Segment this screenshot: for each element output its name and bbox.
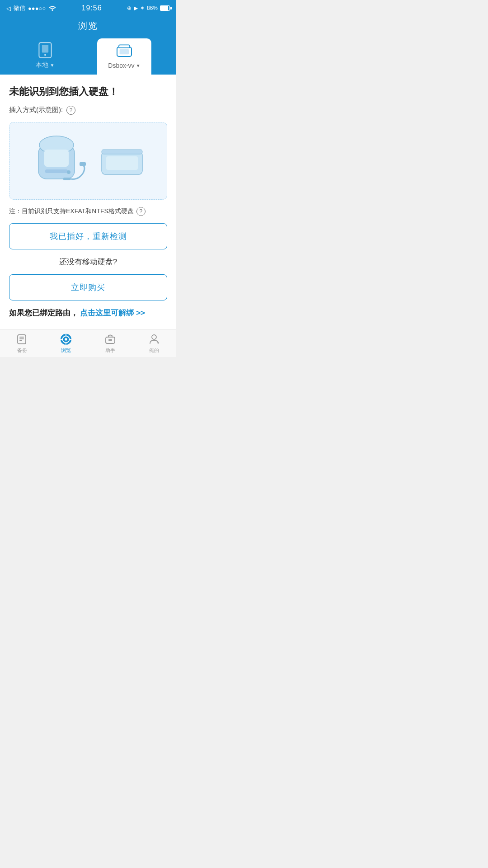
svg-rect-4	[119, 49, 129, 54]
back-icon: ◁	[6, 5, 11, 12]
svg-rect-19	[19, 340, 22, 341]
buy-button[interactable]: 立即购买	[9, 274, 167, 300]
battery-percent: 86%	[147, 5, 158, 11]
svg-rect-18	[19, 338, 24, 339]
svg-rect-15	[102, 150, 142, 154]
tab-local[interactable]: 本地 ▼	[25, 38, 65, 75]
bottom-tab-mine[interactable]: 俺的	[132, 333, 177, 354]
tab-dsbox[interactable]: Dsbox-vv ▼	[97, 38, 151, 75]
status-left: ◁ 微信 ●●●○○	[6, 4, 56, 12]
svg-rect-5	[119, 45, 130, 47]
backup-tab-label: 备份	[17, 347, 27, 354]
assistant-tab-label: 助手	[105, 347, 115, 354]
header-tabs: 本地 ▼ Dsbox-vv ▼	[0, 38, 176, 75]
svg-point-22	[65, 338, 67, 341]
assistant-icon	[104, 333, 117, 346]
tab-dsbox-label: Dsbox-vv ▼	[108, 62, 140, 69]
bottom-tab-backup[interactable]: 备份	[0, 333, 44, 354]
note-help-icon[interactable]: ?	[136, 207, 145, 216]
svg-point-29	[152, 335, 156, 339]
insert-label: 插入方式(示意图): ?	[9, 106, 167, 115]
browse-tab-label: 浏览	[61, 347, 71, 354]
bind-router-link[interactable]: 点击这里可解绑 >>	[80, 309, 145, 317]
svg-rect-11	[63, 178, 70, 180]
status-bar: ◁ 微信 ●●●○○ 19:56 ⊕ ▶ ✶ 86%	[0, 0, 176, 16]
battery-icon	[160, 5, 170, 11]
redetect-button[interactable]: 我已插好，重新检测	[9, 223, 167, 249]
lock-icon: ⊕	[127, 5, 131, 11]
dsbox-device-illustration	[32, 131, 90, 190]
header-title: 浏览	[0, 16, 176, 38]
svg-rect-9	[45, 169, 68, 173]
svg-rect-14	[106, 156, 138, 170]
mine-icon	[148, 333, 160, 346]
bluetooth-icon: ✶	[140, 5, 145, 11]
main-content: 未能识别到您插入硬盘！ 插入方式(示意图): ?	[0, 75, 176, 329]
svg-rect-28	[108, 339, 112, 341]
bind-router-section: 如果您已绑定路由， 点击这里可解绑 >>	[9, 308, 167, 318]
mine-tab-label: 俺的	[149, 347, 159, 354]
bottom-tab-browse[interactable]: 浏览	[44, 333, 89, 354]
bind-router-text: 如果您已绑定路由，	[9, 309, 78, 317]
note-text: 注：目前识别只支持EXFAT和NTFS格式硬盘 ?	[9, 207, 167, 216]
illustration-box	[9, 122, 167, 200]
location-icon: ▶	[134, 5, 138, 11]
status-right: ⊕ ▶ ✶ 86%	[127, 5, 170, 11]
tab-local-label: 本地 ▼	[36, 61, 54, 69]
no-disk-label: 还没有移动硬盘?	[9, 257, 167, 267]
status-time: 19:56	[82, 4, 102, 12]
svg-point-10	[67, 170, 70, 174]
carrier-label: 微信	[14, 4, 25, 12]
insert-help-icon[interactable]: ?	[66, 106, 75, 115]
wifi-icon	[48, 5, 56, 12]
bottom-tab-assistant[interactable]: 助手	[88, 333, 132, 354]
svg-line-31	[157, 343, 159, 343]
hdd-illustration	[99, 143, 145, 179]
svg-rect-12	[80, 162, 86, 166]
error-title: 未能识别到您插入硬盘！	[9, 85, 167, 99]
bottom-tabbar: 备份 浏览 助手	[0, 329, 176, 357]
backup-icon	[16, 333, 28, 346]
svg-rect-17	[19, 337, 24, 338]
svg-rect-1	[42, 45, 48, 53]
svg-point-2	[44, 54, 46, 56]
browse-icon	[60, 333, 72, 346]
svg-rect-8	[44, 150, 69, 167]
header: 浏览 本地 ▼ Dsbox-vv ▼	[0, 16, 176, 75]
signal-dots: ●●●○○	[28, 5, 46, 12]
